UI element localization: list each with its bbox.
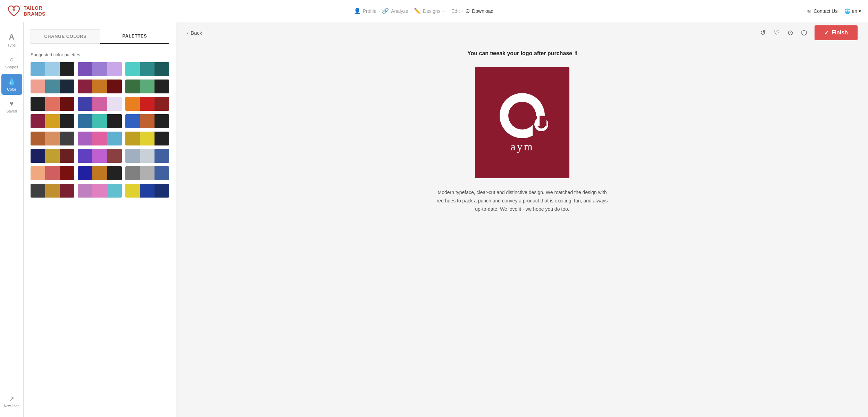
palette-item[interactable] [78, 114, 122, 128]
step-analyze[interactable]: 🔗 Analyze [382, 8, 408, 14]
palette-swatch [107, 149, 122, 163]
palette-item[interactable] [125, 166, 169, 180]
favorite-icon[interactable]: ♡ [774, 28, 780, 37]
lang-selector[interactable]: 🌐 en ▾ [844, 8, 861, 14]
left-panel: CHANGE COLORS PALETTES Suggested color p… [24, 22, 176, 417]
palette-swatch [31, 132, 45, 145]
palette-swatch [140, 62, 155, 76]
palette-swatch [60, 114, 74, 128]
heart-icon: ♥ [10, 100, 14, 108]
mail-icon: ✉ [807, 8, 811, 14]
palette-swatch [107, 184, 122, 198]
palette-item[interactable] [125, 149, 169, 163]
palette-swatch [125, 149, 140, 163]
palette-swatch [60, 149, 74, 163]
palette-item[interactable] [125, 114, 169, 128]
tab-change-colors[interactable]: CHANGE COLORS [31, 29, 100, 44]
palette-swatch [92, 132, 107, 145]
palette-swatch [140, 97, 155, 111]
back-button[interactable]: ‹ Back [187, 30, 202, 36]
share-icon[interactable]: ⬡ [801, 28, 807, 37]
color-icon: 💧 [7, 77, 16, 86]
undo-icon[interactable]: ↺ [760, 28, 766, 37]
palette-item[interactable] [31, 114, 74, 128]
sidebar-item-saved[interactable]: ♥ Saved [1, 96, 22, 117]
palette-swatch [78, 184, 92, 198]
palette-swatch [140, 132, 155, 145]
palette-swatch [125, 97, 140, 111]
palette-item[interactable] [31, 132, 74, 145]
sidebar-item-type[interactable]: A Type [1, 29, 22, 51]
palette-item[interactable] [125, 184, 169, 198]
palette-swatch [125, 132, 140, 145]
designs-icon: ✏️ [414, 8, 421, 14]
share-icon: ↗ [9, 395, 14, 403]
palette-item[interactable] [31, 80, 74, 93]
palette-swatch [107, 62, 122, 76]
palette-swatch [45, 97, 60, 111]
palette-item[interactable] [31, 184, 74, 198]
sidebar-item-color[interactable]: 💧 Color [1, 74, 22, 95]
step-download[interactable]: ⊙ Download [465, 8, 493, 14]
new-logo-button[interactable]: ↗ New Logo [1, 392, 22, 411]
palette-swatch [31, 149, 45, 163]
step-profile[interactable]: 👤 Profile [354, 8, 377, 14]
palette-swatch [107, 114, 122, 128]
palette-item[interactable] [78, 132, 122, 145]
palette-item[interactable] [31, 166, 74, 180]
palette-swatch [107, 132, 122, 145]
palette-swatch [60, 166, 74, 180]
palette-swatch [78, 149, 92, 163]
palette-swatch [45, 114, 60, 128]
palette-swatch [140, 114, 155, 128]
palette-swatch [92, 149, 107, 163]
palette-item[interactable] [125, 62, 169, 76]
arrow-3: › [443, 9, 444, 14]
palette-swatch [155, 62, 169, 76]
nav-right: ✉ Contact Us 🌐 en ▾ [771, 8, 861, 14]
step-designs[interactable]: ✏️ Designs [414, 8, 441, 14]
nav-steps: 👤 Profile › 🔗 Analyze › ✏️ Designs › ≡ E… [76, 8, 771, 14]
tab-palettes[interactable]: PALETTES [100, 29, 169, 44]
palette-item[interactable] [31, 149, 74, 163]
logo[interactable]: TAILORBRANDS [7, 4, 76, 18]
palette-swatch [140, 166, 155, 180]
sidebar-bottom: ↗ New Logo [1, 392, 22, 417]
contact-us-button[interactable]: ✉ Contact Us [807, 8, 837, 14]
palette-item[interactable] [78, 62, 122, 76]
palette-item[interactable] [125, 132, 169, 145]
palette-swatch [78, 80, 92, 93]
palette-swatch [31, 62, 45, 76]
palette-swatch [140, 80, 155, 93]
palette-swatch [78, 166, 92, 180]
palette-swatch [155, 80, 169, 93]
logo-svg: aym [487, 84, 557, 161]
palette-swatch [45, 166, 60, 180]
logo-description: Modern typeface, clear-cut and distincti… [435, 189, 609, 213]
tweak-notice: You can tweak your logo after purchase ℹ [467, 50, 577, 57]
main-layout: A Type ○ Shapes 💧 Color ♥ Saved ↗ New Lo… [0, 22, 868, 417]
history-icon[interactable]: ⊙ [787, 28, 793, 37]
palette-swatch [92, 62, 107, 76]
palette-item[interactable] [31, 62, 74, 76]
finish-button[interactable]: ✓ Finish [815, 25, 858, 40]
palette-swatch [31, 97, 45, 111]
toolbar-actions: ↺ ♡ ⊙ ⬡ ✓ Finish [760, 25, 858, 40]
sidebar-item-shapes[interactable]: ○ Shapes [1, 52, 22, 73]
palette-item[interactable] [78, 149, 122, 163]
palette-item[interactable] [78, 166, 122, 180]
palette-swatch [60, 184, 74, 198]
back-arrow-icon: ‹ [187, 30, 189, 36]
palette-item[interactable] [125, 80, 169, 93]
palette-item[interactable] [125, 97, 169, 111]
palette-swatch [140, 184, 155, 198]
palette-swatch [60, 62, 74, 76]
palette-item[interactable] [78, 184, 122, 198]
editor-toolbar: ‹ Back ↺ ♡ ⊙ ⬡ ✓ Finish [176, 22, 868, 43]
palette-item[interactable] [78, 80, 122, 93]
svg-point-7 [514, 107, 531, 124]
palette-item[interactable] [78, 97, 122, 111]
palette-item[interactable] [31, 97, 74, 111]
shapes-icon: ○ [9, 56, 14, 64]
step-edit[interactable]: ≡ Edit [446, 8, 460, 14]
